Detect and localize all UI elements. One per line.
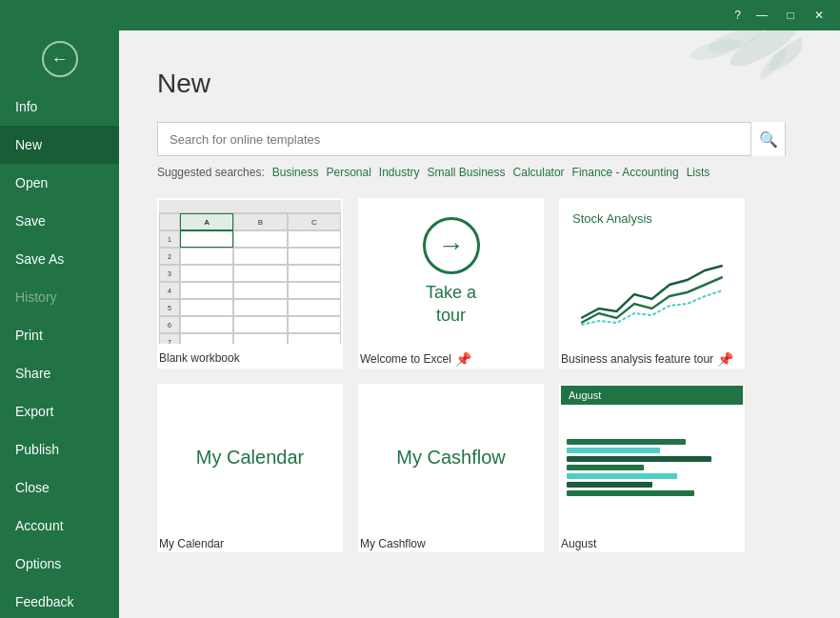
pin-icon-2: 📌 [717, 351, 733, 367]
template-welcome-excel[interactable]: → Take atour Welcome to Excel 📌 [358, 198, 544, 369]
sidebar: ← Info New Open Save Save As History Pri… [0, 30, 119, 618]
suggested-searches: Suggested searches: Business Personal In… [157, 166, 802, 179]
template-my-calendar[interactable]: My Calendar My Calendar [157, 384, 343, 552]
suggested-label: Suggested searches: [157, 166, 265, 179]
stock-analysis-thumb: Stock Analysis [559, 198, 745, 346]
sidebar-label-new: New [15, 137, 42, 152]
sidebar-item-publish[interactable]: Publish [0, 430, 119, 468]
search-icon: 🔍 [759, 130, 778, 149]
suggested-link-finance[interactable]: Finance - Accounting [572, 166, 679, 179]
close-button[interactable]: ✕ [806, 6, 832, 25]
window-controls: — □ ✕ [749, 6, 832, 25]
page-title: New [157, 69, 802, 99]
sidebar-item-options[interactable]: Options [0, 545, 119, 583]
my-cashflow-label: My Cashflow [358, 531, 544, 552]
august-label: August [559, 531, 745, 552]
template-blank-workbook[interactable]: A B C 1 [157, 198, 343, 369]
august-header: August [561, 386, 743, 405]
maximize-button[interactable]: □ [777, 6, 804, 25]
suggested-link-small-business[interactable]: Small Business [428, 166, 506, 179]
welcome-excel-thumb: → Take atour [358, 198, 544, 346]
minimize-button[interactable]: — [749, 6, 775, 25]
sidebar-item-export[interactable]: Export [0, 392, 119, 430]
sidebar-label-export: Export [15, 404, 53, 419]
welcome-arrow-icon: → [438, 230, 465, 261]
search-button[interactable]: 🔍 [750, 122, 785, 156]
app-container: ← Info New Open Save Save As History Pri… [0, 30, 840, 618]
sidebar-item-account[interactable]: Account [0, 507, 119, 545]
template-stock-analysis[interactable]: Stock Analysis [559, 198, 745, 369]
sidebar-item-open[interactable]: Open [0, 164, 119, 202]
help-icon[interactable]: ? [734, 9, 741, 22]
sidebar-label-save: Save [15, 213, 46, 229]
pin-icon: 📌 [455, 351, 471, 367]
sidebar-item-new[interactable]: New [0, 126, 119, 164]
sidebar-label-history: History [15, 289, 57, 305]
sidebar-item-save[interactable]: Save [0, 202, 119, 240]
sidebar-item-share[interactable]: Share [0, 354, 119, 392]
suggested-link-lists[interactable]: Lists [687, 166, 710, 179]
stock-title: Stock Analysis [572, 211, 731, 226]
my-calendar-thumb: My Calendar [157, 384, 343, 531]
my-cashflow-thumb: My Cashflow [358, 384, 544, 531]
stock-chart [572, 233, 731, 332]
sidebar-label-open: Open [15, 175, 48, 190]
sidebar-item-feedback[interactable]: Feedback [0, 583, 119, 618]
blank-workbook-label: Blank workbook [157, 346, 343, 367]
welcome-excel-label: Welcome to Excel 📌 [358, 346, 544, 369]
my-calendar-label: My Calendar [157, 531, 343, 552]
suggested-link-industry[interactable]: Industry [379, 166, 420, 179]
sidebar-label-options: Options [15, 556, 61, 571]
sidebar-item-save-as[interactable]: Save As [0, 240, 119, 278]
blank-workbook-thumb: A B C 1 [157, 198, 343, 346]
search-bar: 🔍 [157, 122, 786, 156]
suggested-link-business[interactable]: Business [272, 166, 319, 179]
sidebar-label-info: Info [15, 99, 37, 114]
sidebar-label-close: Close [15, 480, 50, 495]
august-thumb: August [559, 384, 745, 531]
search-input[interactable] [158, 132, 750, 147]
suggested-link-calculator[interactable]: Calculator [513, 166, 565, 179]
cashflow-text: My Cashflow [360, 386, 542, 529]
sidebar-label-publish: Publish [15, 442, 59, 457]
sidebar-label-save-as: Save As [15, 251, 64, 267]
sidebar-item-print[interactable]: Print [0, 316, 119, 354]
sidebar-label-feedback: Feedback [15, 594, 73, 609]
suggested-link-personal[interactable]: Personal [326, 166, 370, 179]
sidebar-label-account: Account [15, 518, 64, 533]
template-august[interactable]: August [559, 384, 745, 552]
august-bars [561, 405, 743, 529]
sidebar-item-history: History [0, 278, 119, 316]
back-button[interactable]: ← [42, 41, 78, 77]
template-my-cashflow[interactable]: My Cashflow My Cashflow [358, 384, 544, 552]
calendar-text: My Calendar [159, 386, 341, 529]
main-content: New 🔍 Suggested searches: Business Perso… [119, 30, 840, 618]
welcome-text: Take atour [426, 282, 476, 327]
sidebar-item-close[interactable]: Close [0, 468, 119, 507]
sidebar-label-print: Print [15, 328, 43, 343]
welcome-circle: → [423, 217, 480, 274]
title-bar: ? — □ ✕ [0, 0, 840, 30]
template-grid: A B C 1 [157, 198, 802, 552]
sidebar-label-share: Share [15, 366, 50, 381]
stock-analysis-label: Business analysis feature tour 📌 [559, 346, 745, 369]
sidebar-back: ← [0, 30, 119, 88]
sidebar-item-info[interactable]: Info [0, 88, 119, 126]
content-area: New 🔍 Suggested searches: Business Perso… [119, 30, 840, 571]
